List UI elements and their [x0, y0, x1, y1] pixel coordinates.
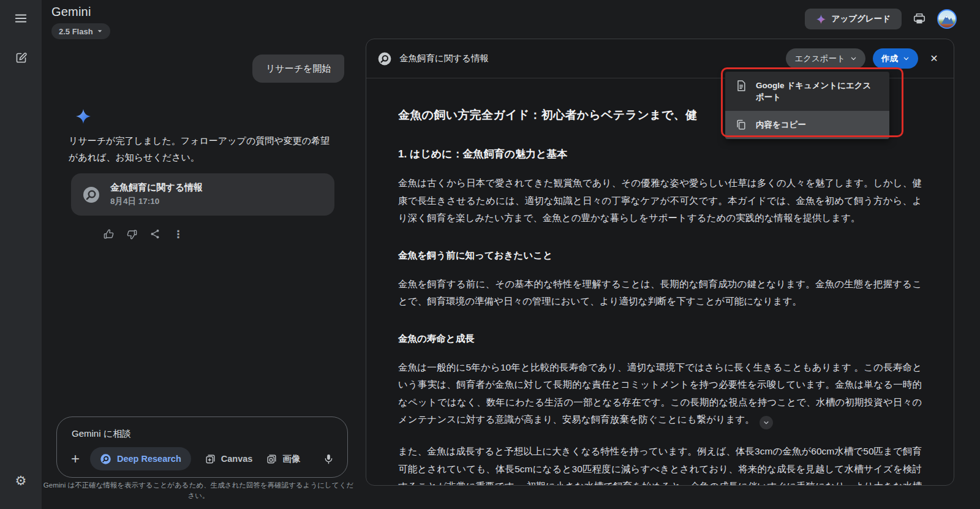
research-result-card[interactable]: 金魚飼育に関する情報 8月4日 17:10	[71, 173, 334, 216]
doc-paragraph-3: 金魚は一般的に5年から10年と比較的長寿命であり、適切な環境下ではさらに長く生き…	[398, 359, 922, 430]
avatar[interactable]	[937, 9, 957, 29]
doc-paragraph-1: 金魚は古くから日本で愛されてきた観賞魚であり、その優雅な姿や愛らしい仕草は多くの…	[398, 175, 922, 227]
panel-title: 金魚飼育に関する情報	[399, 53, 489, 64]
create-label: 作成	[881, 53, 898, 64]
copy-icon	[735, 119, 747, 131]
upgrade-button[interactable]: アップグレード	[805, 9, 902, 29]
canvas-tool[interactable]: Canvas	[205, 453, 253, 465]
google-docs-icon	[735, 80, 747, 92]
chevron-down-icon	[850, 55, 857, 62]
gemini-sparkle-icon	[75, 108, 91, 124]
model-label: 2.5 Flash	[59, 27, 93, 36]
user-message-text: リサーチを開始	[266, 63, 331, 75]
export-button[interactable]: エクスポート	[786, 48, 865, 69]
menu-item-label: Google ドキュメントにエクスポート	[756, 80, 880, 103]
menu-item-export-google-docs[interactable]: Google ドキュメントにエクスポート	[725, 72, 889, 111]
composer-placeholder: Gemini に相談	[72, 428, 131, 440]
upgrade-label: アップグレード	[832, 13, 891, 25]
plus-icon[interactable]: +	[66, 449, 85, 469]
doc-heading-1: 1. はじめに：金魚飼育の魅力と基本	[398, 147, 922, 161]
message-actions: ⋮	[102, 227, 185, 241]
close-icon[interactable]: ✕	[925, 50, 943, 67]
document-content: 金魚の飼い方完全ガイド：初心者からベテランまで、健 1. はじめに：金魚飼育の魅…	[366, 78, 954, 486]
user-message-chip[interactable]: リサーチを開始	[252, 55, 344, 83]
settings-icon[interactable]: ⚙	[12, 472, 29, 489]
gemini-app: ⚙ Gemini 2.5 Flash アップグレード リサーチを開始 リサーチが	[0, 0, 980, 509]
printer-icon[interactable]	[913, 12, 926, 26]
deep-research-icon	[377, 51, 392, 66]
doc-subheading-1: 金魚を飼う前に知っておきたいこと	[398, 249, 922, 262]
share-icon[interactable]	[148, 227, 162, 241]
deep-research-icon	[82, 186, 100, 204]
topbar-actions: アップグレード	[805, 9, 957, 29]
deep-research-icon	[100, 453, 111, 465]
export-menu: Google ドキュメントにエクスポート 内容をコピー	[725, 72, 889, 139]
image-icon	[266, 453, 277, 465]
expand-sources-button[interactable]	[760, 416, 773, 429]
doc-subheading-2: 金魚の寿命と成長	[398, 333, 922, 345]
image-label: 画像	[282, 453, 300, 465]
deep-research-chip[interactable]: Deep Research	[90, 447, 191, 470]
export-label: エクスポート	[794, 53, 845, 64]
composer[interactable]: Gemini に相談 + Deep Research Canvas 画像	[56, 417, 348, 478]
composer-toolbar: + Deep Research Canvas 画像	[66, 447, 339, 471]
menu-item-label: 内容をコピー	[756, 119, 806, 130]
more-icon[interactable]: ⋮	[172, 227, 185, 241]
thumb-up-icon[interactable]	[102, 227, 115, 241]
menu-icon[interactable]	[12, 10, 29, 27]
chevron-down-icon	[903, 55, 910, 62]
app-title: Gemini	[51, 5, 91, 19]
deep-research-label: Deep Research	[117, 454, 181, 464]
doc-paragraph-2: 金魚を飼育する前に、その基本的な特性を理解することは、長期的な飼育成功の鍵となり…	[398, 276, 922, 311]
mountain-graphic	[940, 14, 955, 24]
image-tool[interactable]: 画像	[266, 453, 300, 465]
card-text: 金魚飼育に関する情報 8月4日 17:10	[110, 182, 203, 207]
panel-controls: エクスポート 作成 ✕	[786, 48, 943, 69]
doc-paragraph-4: また、金魚は成長すると予想以上に大きくなる特性を持っています。例えば、体長3cm…	[398, 443, 922, 486]
sparkle-icon	[816, 14, 826, 25]
card-timestamp: 8月4日 17:10	[110, 196, 203, 207]
canvas-label: Canvas	[221, 454, 253, 464]
model-selector[interactable]: 2.5 Flash	[51, 23, 110, 39]
chevron-down-icon	[97, 28, 103, 34]
menu-item-copy-content[interactable]: 内容をコピー	[725, 111, 889, 139]
mic-icon[interactable]	[318, 448, 339, 469]
disclaimer-text: Gemini は不正確な情報を表示することがあるため、生成された回答を再確認する…	[42, 480, 355, 501]
canvas-icon	[205, 453, 216, 465]
create-button[interactable]: 作成	[873, 48, 918, 69]
thumb-down-icon[interactable]	[125, 227, 138, 241]
card-title: 金魚飼育に関する情報	[110, 182, 203, 194]
assistant-message: リサーチが完了しました。フォローアップの質問や変更の希望があれば、お知らせくださ…	[69, 132, 336, 165]
doc-paragraph-3-text: 金魚は一般的に5年から10年と比較的長寿命であり、適切な環境下ではさらに長く生き…	[398, 362, 922, 425]
left-rail: ⚙	[0, 0, 42, 509]
new-chat-icon[interactable]	[12, 49, 29, 66]
